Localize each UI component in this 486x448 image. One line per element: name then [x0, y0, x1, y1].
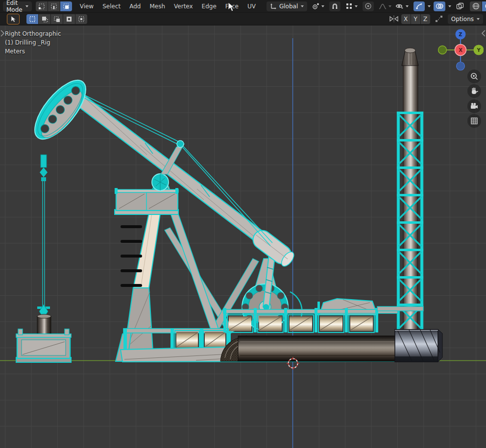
grid-ortho-icon: [470, 117, 479, 125]
selection-mode-group: [26, 14, 87, 24]
snap-falloff-path-icon[interactable]: [435, 15, 443, 23]
transform-orientation-label: Global: [279, 3, 298, 10]
vertex-select-icon: [38, 3, 45, 10]
zoom-icon: [470, 72, 479, 81]
proportional-falloff-selector[interactable]: [377, 1, 393, 11]
toolbar-toggle-arrow[interactable]: [0, 29, 5, 37]
upper-panel[interactable]: [318, 315, 344, 332]
options-label: Options: [451, 16, 474, 23]
mirror-x-toggle[interactable]: X: [401, 14, 411, 24]
polished-rod-cable[interactable]: [43, 181, 45, 312]
snap-toggle[interactable]: [329, 1, 340, 11]
menu-view[interactable]: View: [76, 1, 97, 11]
mirror-symmetry-icon[interactable]: [389, 15, 398, 23]
svg-text:Z: Z: [459, 32, 462, 37]
menu-vertex[interactable]: Vertex: [170, 1, 197, 11]
upper-panel[interactable]: [349, 315, 374, 332]
center-bearing-mesh[interactable]: [152, 174, 169, 190]
snap-magnet-icon: [331, 2, 339, 10]
show-gizmo-toggle[interactable]: [413, 1, 425, 11]
mode-selector[interactable]: Edit Mode: [3, 1, 32, 11]
proportional-editing-toggle[interactable]: [363, 1, 374, 11]
visibility-eye-icon: [395, 2, 404, 10]
display-cluster: [393, 1, 486, 11]
wireframe-shading-icon: [472, 2, 480, 10]
selection-mode-intersect[interactable]: [75, 14, 87, 24]
zoom-button[interactable]: [467, 70, 481, 83]
show-overlays-toggle[interactable]: [434, 1, 445, 11]
toggle-xray-icon: [456, 2, 464, 10]
wellhead-mesh[interactable]: [16, 181, 71, 362]
shading-mode-group: [470, 1, 486, 11]
upper-panel[interactable]: [258, 315, 283, 332]
mirror-axis-group: X Y Z: [401, 14, 430, 24]
edge-select-button[interactable]: [48, 1, 60, 11]
viewport-3d[interactable]: Right Orthographic (1) Drilling _Rig Met…: [0, 25, 486, 448]
edge-select-icon: [50, 3, 57, 10]
pivot-point-selector[interactable]: [310, 1, 326, 11]
selection-mode-extend-icon: [41, 16, 48, 23]
selection-mode-subtract-icon: [53, 16, 60, 23]
proportional-falloff-icon: [379, 3, 387, 10]
cable-anchor-pulley[interactable]: [177, 141, 184, 147]
selection-mode-invert-icon: [66, 16, 73, 23]
pivot-point-icon: [312, 2, 319, 10]
discharge-pipe-mesh[interactable]: [220, 336, 400, 361]
selection-mode-invert[interactable]: [63, 14, 75, 24]
active-tool-select-box[interactable]: [7, 14, 20, 24]
vertex-select-button[interactable]: [36, 1, 48, 11]
menu-uv[interactable]: UV: [243, 1, 260, 11]
mode-selector-label: Edit Mode: [6, 0, 23, 13]
upper-panel[interactable]: [227, 315, 253, 332]
proportional-editing-icon: [364, 2, 372, 10]
selection-mode-subtract[interactable]: [51, 14, 63, 24]
solid-shading-button[interactable]: [482, 1, 486, 11]
post-platform-mesh[interactable]: [115, 188, 178, 214]
menu-mesh[interactable]: Mesh: [146, 1, 169, 11]
transform-orientation-selector[interactable]: Global: [267, 1, 307, 11]
show-gizmo-icon: [415, 2, 423, 10]
toggle-xray-button[interactable]: [454, 1, 466, 11]
gizmo-axis-neg-y[interactable]: [438, 46, 447, 54]
object-label: (1) Drilling _Rig: [5, 38, 50, 47]
header-bar: Edit Mode View Select: [0, 0, 486, 13]
gizmo-axis-neg-z[interactable]: [457, 62, 465, 71]
chevron-down-icon: [477, 18, 480, 20]
gizmo-axis-y[interactable]: Y: [474, 45, 484, 55]
tool-settings-bar: X Y Z Options: [0, 13, 486, 25]
gizmo-axis-x[interactable]: X: [455, 45, 466, 56]
horse-head-mesh[interactable]: [26, 72, 95, 181]
face-select-button[interactable]: [60, 1, 72, 11]
scene-canvas[interactable]: [0, 25, 486, 448]
select-box-tool-icon: [10, 16, 17, 23]
svg-text:Y: Y: [476, 47, 481, 53]
axis-gizmo[interactable]: Z Y X: [437, 28, 484, 74]
grid-ortho-button[interactable]: [467, 114, 481, 128]
wireframe-shading-button[interactable]: [470, 1, 482, 11]
transform-cluster: Global: [267, 1, 393, 11]
selection-mode-extend[interactable]: [39, 14, 50, 24]
storage-tank-mesh[interactable]: [395, 330, 442, 362]
skid-lower-panel[interactable]: [203, 330, 227, 349]
object-visibility-selector[interactable]: [393, 1, 411, 11]
selection-mode-set[interactable]: [26, 14, 38, 24]
samson-post-mesh[interactable]: [115, 185, 219, 351]
view-label: Right Orthographic: [5, 29, 61, 38]
upper-panel[interactable]: [288, 315, 314, 332]
mirror-z-toggle[interactable]: Z: [421, 14, 430, 24]
pan-button[interactable]: [467, 84, 481, 98]
chevron-down-icon[interactable]: [448, 5, 451, 7]
menu-select[interactable]: Select: [98, 1, 124, 11]
chevron-down-icon[interactable]: [428, 5, 431, 7]
skid-lower-panel[interactable]: [175, 330, 199, 349]
menu-edge[interactable]: Edge: [198, 1, 220, 11]
camera-view-button[interactable]: [467, 99, 481, 113]
menu-add[interactable]: Add: [125, 1, 145, 11]
mirror-y-toggle[interactable]: Y: [411, 14, 420, 24]
mouse-pointer: [227, 2, 234, 12]
snap-target-selector[interactable]: [343, 1, 360, 11]
chevron-down-icon: [355, 5, 358, 7]
show-overlays-icon: [436, 2, 443, 10]
options-dropdown[interactable]: Options: [448, 14, 483, 24]
gizmo-axis-z[interactable]: Z: [456, 29, 466, 40]
